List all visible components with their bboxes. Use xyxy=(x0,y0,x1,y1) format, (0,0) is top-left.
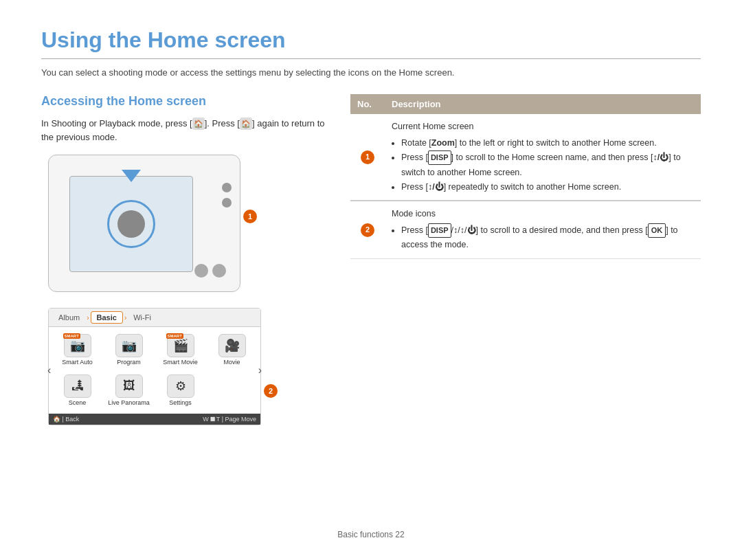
hs-grid-container: ‹ SMART 📷 Smart Auto xyxy=(49,327,260,414)
hs-grid-row1: SMART 📷 Smart Auto 📷 Program xyxy=(49,327,260,370)
hs-icon-smart-auto: SMART 📷 xyxy=(64,334,91,357)
left-column: Accessing the Home screen In Shooting or… xyxy=(41,94,330,425)
camera-button-inner xyxy=(117,210,145,238)
camera-illustration-wrapper: 1 xyxy=(41,155,240,303)
hs-label-smart-movie: Smart Movie xyxy=(163,359,198,366)
camera-small-btn-2 xyxy=(222,198,232,208)
camera-bottom-btn-2 xyxy=(212,264,226,278)
desc-mode-icons: Mode icons xyxy=(392,207,694,221)
hs-icon-smart-movie: SMART 🎬 xyxy=(167,334,194,357)
table-cell-desc-1: Current Home screen Rotate [Zoom] to the… xyxy=(385,114,701,201)
hs-item-movie[interactable]: 🎥 Movie xyxy=(207,331,256,369)
hs-icon-live-panorama: 🖼 xyxy=(115,374,143,398)
hs-label-live-panorama: Live Panorama xyxy=(108,399,150,407)
table-row-1: 1 Current Home screen Rotate [Zoom] to t… xyxy=(350,114,701,201)
hs-item-program[interactable]: 📷 Program xyxy=(104,331,153,369)
table-header-desc: Description xyxy=(385,94,701,114)
ok-key: OK xyxy=(648,223,666,238)
hs-tabs: Album › Basic › Wi-Fi xyxy=(49,309,260,327)
hs-nav-left[interactable]: ‹ xyxy=(47,364,51,377)
hs-label-smart-auto: Smart Auto xyxy=(62,359,93,366)
camera-small-btn-1 xyxy=(222,183,232,192)
desc-current-home: Current Home screen xyxy=(392,120,694,133)
hs-icon-settings: ⚙ xyxy=(167,374,194,398)
home-screen-mockup: Album › Basic › Wi-Fi ‹ SMAR xyxy=(48,308,261,425)
hs-item-empty xyxy=(207,372,256,410)
camera-screen xyxy=(69,176,193,272)
right-column: No. Description 1 Current Home screen R xyxy=(350,94,701,425)
hs-tab-wifi[interactable]: Wi-Fi xyxy=(128,312,157,323)
hs-back-label: 🏠 | Back xyxy=(53,416,79,423)
table-header-no: No. xyxy=(350,94,385,114)
hs-label-movie: Movie xyxy=(223,359,240,366)
table-row-2: 2 Mode icons Press [DISP/↕/↕/⏻] to scrol… xyxy=(350,201,701,258)
hs-tab-album[interactable]: Album xyxy=(53,312,85,323)
hs-item-smart-movie[interactable]: SMART 🎬 Smart Movie xyxy=(156,331,205,369)
desc-item-disp: Press [DISP] to scroll to the Home scree… xyxy=(401,150,694,180)
hs-label-settings: Settings xyxy=(169,399,192,407)
disp-key: DISP xyxy=(428,150,451,165)
table-cell-callout-1: 1 xyxy=(350,114,385,201)
hs-item-live-panorama[interactable]: 🖼 Live Panorama xyxy=(104,372,153,410)
home-screen-wrapper: Album › Basic › Wi-Fi ‹ SMAR xyxy=(41,308,261,425)
desc-item-mode: Press [DISP/↕/↕/⏻] to scroll to a desire… xyxy=(401,223,694,253)
page-container: Using the Home screen You can select a s… xyxy=(0,0,742,560)
hs-icon-movie: 🎥 xyxy=(218,334,246,357)
camera-button-circle xyxy=(107,200,155,248)
callout-2-mockup: 2 xyxy=(264,384,278,398)
title-divider xyxy=(41,58,701,59)
hs-icon-program: 📷 xyxy=(115,334,143,357)
callout-2-table: 2 xyxy=(361,223,374,237)
camera-bottom-btn-1 xyxy=(194,264,208,278)
camera-bottom-btns xyxy=(194,264,226,278)
hs-nav-right[interactable]: › xyxy=(258,364,262,377)
desc-item-rotate: Rotate [Zoom] to the left or right to sw… xyxy=(401,136,694,150)
hs-item-settings[interactable]: ⚙ Settings xyxy=(156,372,205,410)
callout-1-badge: 1 xyxy=(243,210,257,223)
callout-1-camera: 1 xyxy=(243,210,257,223)
page-title: Using the Home screen xyxy=(41,27,701,53)
disp-key-2: DISP xyxy=(428,223,451,238)
page-subtitle: You can select a shooting mode or access… xyxy=(41,67,701,78)
camera-right-buttons xyxy=(222,183,232,208)
smart-badge-auto: SMART xyxy=(63,333,80,339)
footer: Basic functions 22 xyxy=(0,530,742,539)
hs-icon-scene: 🏞 xyxy=(64,374,91,398)
hs-label-scene: Scene xyxy=(69,399,87,407)
description-table: No. Description 1 Current Home screen R xyxy=(350,94,701,259)
callout-1-table: 1 xyxy=(361,150,374,164)
callout-2-badge: 2 xyxy=(264,384,278,398)
camera-illustration xyxy=(48,155,240,292)
camera-arrow-down xyxy=(122,170,141,182)
table-cell-desc-2: Mode icons Press [DISP/↕/↕/⏻] to scroll … xyxy=(385,201,701,258)
hs-bottom-bar: 🏠 | Back W🔲T | Page Move xyxy=(49,414,260,425)
hs-tab-arrow-left: › xyxy=(87,314,89,322)
hs-tab-basic[interactable]: Basic xyxy=(91,311,123,324)
hs-label-program: Program xyxy=(117,359,141,366)
section-title: Accessing the Home screen xyxy=(41,94,330,109)
table-cell-callout-2: 2 xyxy=(350,201,385,258)
main-content: Accessing the Home screen In Shooting or… xyxy=(41,94,701,425)
hs-grid-row2: 🏞 Scene 🖼 Live Panorama ⚙ Se xyxy=(49,370,260,414)
hs-page-move-label: W🔲T | Page Move xyxy=(203,416,256,423)
hs-tab-arrow-right: › xyxy=(124,314,126,322)
desc-item-repeatedly: Press [↕/⏻] repeatedly to switch to anot… xyxy=(401,180,694,194)
intro-text: In Shooting or Playback mode, press [🏠].… xyxy=(41,117,330,144)
hs-item-scene[interactable]: 🏞 Scene xyxy=(53,372,102,410)
smart-badge-movie: SMART xyxy=(166,333,183,339)
footer-text: Basic functions 22 xyxy=(337,530,404,539)
hs-item-smart-auto[interactable]: SMART 📷 Smart Auto xyxy=(53,331,102,369)
